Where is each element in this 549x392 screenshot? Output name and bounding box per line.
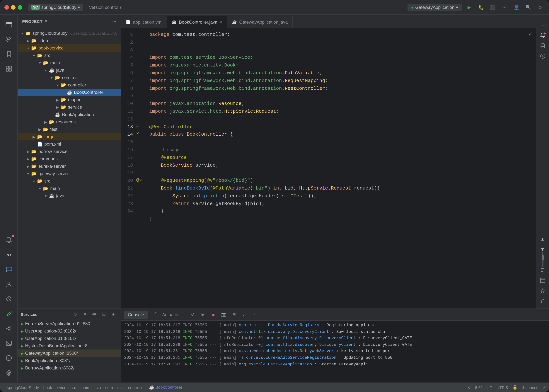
tree-item-gateway-main[interactable]: ▾ 📂 main [18, 185, 121, 192]
tree-item-service[interactable]: ▶ 📂 service [18, 104, 121, 111]
service-borrow[interactable]: ▶ BorrowApplication :8082/ [18, 364, 121, 372]
maximize-button[interactable] [18, 5, 22, 9]
console-resume[interactable]: ▶ [199, 310, 208, 319]
code-content[interactable]: package com.test.controller; import com.… [145, 28, 536, 308]
right-panel-lines[interactable] [538, 266, 547, 274]
tree-item-mapper[interactable]: ▶ 📂 mapper [18, 96, 121, 104]
console-screenshot[interactable]: 📷 [219, 310, 228, 319]
service-user02[interactable]: ▶ UserApplication-02 :8102/ [18, 327, 121, 335]
right-panel-db[interactable] [538, 41, 547, 50]
log-line-4: 2024-10-19 17:18:51.239 INFO 75555 --- [… [124, 342, 546, 348]
tree-item-target[interactable]: ▶ 📂 target [18, 133, 121, 140]
tab-more[interactable]: ⋯ [539, 22, 549, 28]
activity-notifications[interactable] [2, 233, 15, 246]
services-add[interactable]: + [109, 310, 118, 319]
more-button[interactable]: ⋯ [500, 3, 509, 12]
activity-folder[interactable] [2, 18, 15, 31]
svg-point-10 [7, 327, 10, 329]
run-config[interactable]: ● GatewayApplication ▾ [407, 4, 462, 11]
tree-item-borrow[interactable]: ▶ 📂 borrow-service [18, 148, 121, 155]
activity-info[interactable] [2, 351, 15, 365]
actuator-icon: ⟳ [154, 310, 157, 319]
right-panel-layout[interactable] [538, 276, 547, 285]
tree-item-bookapplication[interactable]: ☕ BookApplication [18, 111, 121, 118]
close-button[interactable] [4, 5, 9, 9]
activity-settings2[interactable] [2, 366, 15, 379]
coverage-button[interactable]: ⬛ [488, 3, 497, 12]
right-panel-gradle[interactable] [538, 52, 547, 61]
services-header: Services ⊙ ✕ 👁 ⊞ + [18, 309, 121, 320]
service-user01[interactable]: ▶ UserApplication-01 :8101/ [18, 335, 121, 342]
search-button[interactable]: 🔍 [524, 3, 533, 12]
service-gateway[interactable]: ▶ GatewayApplication :8500/ [18, 350, 121, 357]
activity-team[interactable] [2, 278, 15, 291]
services-eye[interactable]: 👁 [90, 310, 99, 319]
service-hystrix[interactable]: ▶ HystrixDashBoardApplication :8 [18, 342, 121, 350]
tab-application-yml[interactable]: 📄 application.yml [121, 16, 167, 28]
minimize-button[interactable] [11, 5, 15, 9]
code-line-14: public class BookController { [148, 131, 536, 139]
right-panel-trash[interactable] [538, 297, 547, 306]
right-panel-pin[interactable] [538, 286, 547, 295]
code-line-22: return service.getBookById(bid); [148, 200, 536, 208]
console-tab[interactable]: Console [124, 310, 148, 319]
console-stop[interactable]: ■ [209, 310, 218, 319]
right-panel-scroll-bar[interactable] [538, 255, 547, 264]
activity-ai[interactable] [2, 322, 15, 335]
console-share[interactable]: ⇌ [240, 310, 249, 319]
activity-leaf[interactable] [2, 307, 15, 320]
service-eureka[interactable]: ▶ EurekaServerApplication-01 :880 [18, 320, 121, 327]
tree-item-main[interactable]: ▾ 📂 main [18, 59, 121, 67]
service-book[interactable]: ▶ BookApplication :8081/ [18, 357, 121, 364]
services-filter[interactable]: ⊞ [99, 310, 108, 319]
tree-item-book-service[interactable]: ▾ 📂 book-service [18, 44, 121, 52]
code-editor[interactable]: 1234 5678 9101112 1314 15161718 19202122… [121, 28, 536, 308]
code-line-20: Book findBookById(@PathVariable("bid") i… [148, 185, 536, 192]
tree-item-gateway[interactable]: ▾ 📂 gateway-server [18, 170, 121, 177]
tree-item-java[interactable]: ▾ ☕ java [18, 67, 121, 74]
activity-chat[interactable] [2, 263, 15, 276]
services-collapse[interactable]: ⊙ [70, 310, 79, 319]
activity-m[interactable]: m [2, 248, 15, 261]
status-bar: □ springCloudStudy › book-service › src … [0, 382, 549, 392]
run-button[interactable]: ▶ [465, 3, 474, 12]
actuator-tab[interactable]: Actuator [159, 310, 182, 319]
sidebar-header: Project ▾ ⋯ [18, 15, 121, 28]
tree-item-pom[interactable]: 📄 pom.xml [18, 140, 121, 148]
tree-item-eureka[interactable]: ▶ 📂 eureka-server [18, 162, 121, 170]
tree-item-controller[interactable]: ▾ 📂 controller [18, 81, 121, 89]
tab-close-bookcontroller[interactable]: ✕ [220, 20, 222, 24]
project-selector[interactable]: SC springCloudStudy ▾ [28, 4, 83, 11]
profile-button[interactable]: 👤 [512, 3, 521, 12]
tree-item-gateway-src[interactable]: ▾ 📂 src [18, 177, 121, 185]
log-line-1: 2024-10-19 17:18:51.217 INFO 75555 --- [… [124, 322, 546, 329]
tree-item-src[interactable]: ▾ 📂 src [18, 52, 121, 59]
tree-item-comtest[interactable]: ▾ 📂 com.test [18, 74, 121, 81]
tree-item-idea[interactable]: ▶ 📂 .idea [18, 37, 121, 44]
console-copy[interactable]: ⊞ [229, 310, 238, 319]
tree-item-commons[interactable]: ▶ 📂 commons [18, 155, 121, 162]
activity-bookmarks[interactable] [2, 47, 15, 61]
activity-history[interactable] [2, 292, 15, 306]
status-lock: 🔒 [512, 385, 518, 390]
tab-bookcontroller[interactable]: ☕ BookController.java ✕ [167, 16, 227, 28]
activity-plugins[interactable] [2, 62, 15, 75]
tree-item-gateway-java[interactable]: ▾ ☕ java [18, 192, 121, 200]
tree-item-bookcontroller[interactable]: ☕ BookController [18, 89, 121, 96]
services-close[interactable]: ✕ [80, 310, 89, 319]
right-panel-scroll-up[interactable]: ▲ [538, 235, 547, 244]
svg-rect-5 [9, 66, 11, 68]
console-restart[interactable]: ↺ [188, 310, 197, 319]
activity-git[interactable] [2, 33, 15, 46]
main-window: SC springCloudStudy ▾ Version control ▾ … [0, 0, 549, 392]
tab-gatewayapplication[interactable]: ☕ GatewayApplication.java [227, 16, 293, 28]
right-panel-notifications[interactable] [538, 31, 547, 40]
settings-button[interactable]: ⚙ [536, 3, 545, 12]
tree-item-root[interactable]: ▾ 📁 springCloudStudy ~/Desktop/CS/JavaEE… [18, 29, 121, 37]
debug-button[interactable]: 🐛 [477, 3, 486, 12]
version-control[interactable]: Version control ▾ [89, 5, 122, 10]
tree-item-resources[interactable]: ▶ 📂 resources [18, 118, 121, 126]
tree-item-test[interactable]: ▶ 📂 test [18, 126, 121, 133]
console-more2[interactable]: ⋮ [250, 310, 259, 319]
activity-terminal[interactable] [2, 336, 15, 350]
